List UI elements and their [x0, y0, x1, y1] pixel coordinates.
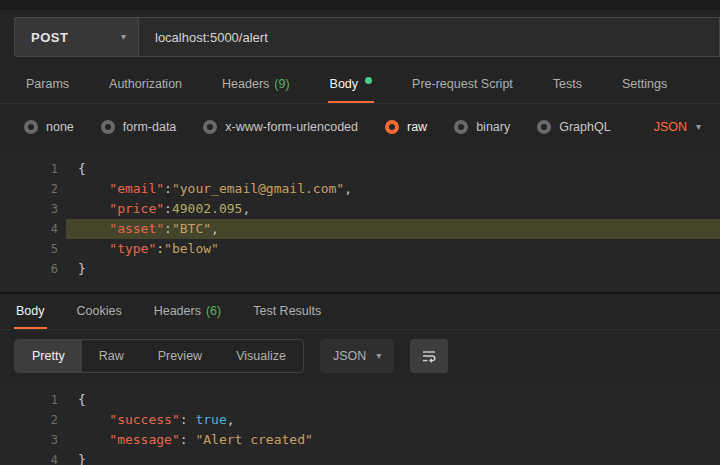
- radio-icon: [203, 120, 217, 134]
- url-text: localhost:5000/alert: [155, 30, 268, 45]
- body-type-radio-raw[interactable]: raw: [385, 120, 427, 134]
- code-line: 4}: [0, 450, 720, 465]
- chevron-down-icon: ▾: [696, 122, 701, 132]
- line-number: 4: [0, 219, 66, 239]
- response-tabs: Body Cookies Headers (6) Test Results: [0, 294, 720, 330]
- response-headers-count: (6): [206, 304, 221, 318]
- code-line: 6}: [0, 259, 720, 279]
- line-number: 2: [0, 179, 66, 199]
- code-line: 3 "price":49002.095,: [0, 199, 720, 219]
- method-label: POST: [15, 30, 68, 45]
- tab-body[interactable]: Body: [328, 66, 375, 103]
- chevron-down-icon: ▾: [121, 32, 138, 42]
- request-body-editor[interactable]: 1{2 "email":"your_email@gmail.com",3 "pr…: [0, 150, 720, 292]
- request-url-bar: POST ▾ localhost:5000/alert: [0, 10, 720, 66]
- url-input[interactable]: localhost:5000/alert: [138, 17, 720, 57]
- tab-params[interactable]: Params: [24, 66, 71, 103]
- body-language-select[interactable]: JSON ▾: [654, 120, 701, 134]
- body-type-row: none form-data x-www-form-urlencoded raw…: [0, 104, 720, 150]
- response-body-editor[interactable]: 1{2 "success": true,3 "message": "Alert …: [0, 382, 720, 465]
- code-line: 1{: [0, 159, 720, 179]
- body-type-radio-form-data[interactable]: form-data: [101, 120, 177, 134]
- view-visualize[interactable]: Visualize: [219, 340, 303, 372]
- response-tab-body[interactable]: Body: [14, 294, 47, 329]
- code-line: 5 "type":"below": [0, 239, 720, 259]
- method-select[interactable]: POST ▾: [14, 17, 138, 57]
- view-pretty[interactable]: Pretty: [15, 340, 82, 372]
- view-preview[interactable]: Preview: [141, 340, 219, 372]
- line-number: 2: [0, 410, 66, 430]
- response-language-select[interactable]: JSON ▾: [320, 339, 394, 373]
- response-tab-test-results[interactable]: Test Results: [251, 294, 323, 329]
- view-raw[interactable]: Raw: [82, 340, 141, 372]
- body-type-radio-urlencoded[interactable]: x-www-form-urlencoded: [203, 120, 358, 134]
- body-type-radio-graphql[interactable]: GraphQL: [537, 120, 610, 134]
- code-line: 4 "asset":"BTC",: [0, 219, 720, 239]
- tab-settings[interactable]: Settings: [620, 66, 669, 103]
- tab-authorization[interactable]: Authorization: [107, 66, 184, 103]
- radio-icon: [537, 120, 551, 134]
- line-number: 3: [0, 199, 66, 219]
- line-number: 5: [0, 239, 66, 259]
- chevron-down-icon: ▾: [376, 351, 381, 361]
- code-line: 2 "email":"your_email@gmail.com",: [0, 179, 720, 199]
- wrap-text-button[interactable]: [410, 339, 448, 373]
- body-active-dot-icon: [365, 77, 372, 84]
- code-line: 2 "success": true,: [0, 410, 720, 430]
- radio-icon: [454, 120, 468, 134]
- line-number: 6: [0, 259, 66, 279]
- radio-icon: [101, 120, 115, 134]
- body-type-radio-binary[interactable]: binary: [454, 120, 510, 134]
- response-toolbar: Pretty Raw Preview Visualize JSON ▾: [0, 330, 720, 382]
- postman-app: POST ▾ localhost:5000/alert Params Autho…: [0, 0, 720, 465]
- line-number: 1: [0, 159, 66, 179]
- line-number: 4: [0, 450, 66, 465]
- wrap-text-icon: [421, 348, 437, 364]
- radio-icon: [24, 120, 38, 134]
- tab-pre-request-script[interactable]: Pre-request Script: [410, 66, 515, 103]
- headers-count: (9): [274, 77, 289, 91]
- request-tabs: Params Authorization Headers (9) Body Pr…: [0, 66, 720, 104]
- body-type-radio-none[interactable]: none: [24, 120, 74, 134]
- line-number: 1: [0, 390, 66, 410]
- line-number: 3: [0, 430, 66, 450]
- code-line: 1{: [0, 390, 720, 410]
- window-top-strip: [0, 0, 720, 10]
- code-line: 3 "message": "Alert created": [0, 430, 720, 450]
- radio-icon: [385, 120, 399, 134]
- response-tab-headers[interactable]: Headers (6): [152, 294, 224, 329]
- tab-tests[interactable]: Tests: [551, 66, 584, 103]
- response-tab-cookies[interactable]: Cookies: [75, 294, 124, 329]
- response-view-group: Pretty Raw Preview Visualize: [14, 339, 304, 373]
- tab-headers[interactable]: Headers (9): [220, 66, 292, 103]
